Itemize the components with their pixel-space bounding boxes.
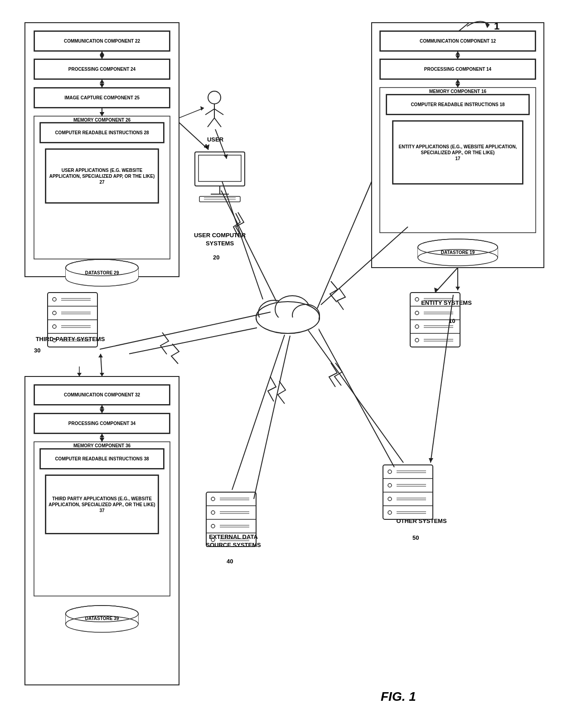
memory-component-36-label: MEMORY COMPONENT 36	[34, 442, 170, 448]
proc-component-24: PROCESSING COMPONENT 24	[34, 59, 170, 79]
svg-point-166	[388, 511, 392, 514]
svg-marker-27	[455, 55, 460, 59]
user-label: USER	[195, 136, 236, 143]
svg-marker-71	[100, 410, 104, 413]
svg-marker-42	[100, 409, 104, 413]
diagram-container: COMMUNICATION COMPONENT 22 PROCESSING CO…	[0, 0, 562, 728]
user-computer-systems-ref: 20	[213, 254, 219, 261]
svg-point-116	[53, 311, 56, 315]
svg-marker-73	[100, 434, 104, 437]
memory-component-26-label: MEMORY COMPONENT 26	[34, 116, 170, 122]
comm-component-32: COMMUNICATION COMPONENT 32	[34, 385, 170, 405]
svg-line-77	[317, 181, 372, 308]
svg-rect-99	[199, 155, 241, 181]
svg-line-76	[129, 327, 263, 354]
svg-line-95	[214, 109, 223, 115]
other-systems-server-icon	[381, 463, 435, 522]
svg-marker-45	[100, 438, 104, 441]
svg-line-89	[101, 354, 102, 376]
svg-point-117	[53, 325, 56, 328]
svg-line-182	[232, 335, 285, 490]
proc-component-14: PROCESSING COMPONENT 14	[380, 59, 536, 79]
memory-component-16-label: MEMORY COMPONENT 16	[380, 88, 536, 94]
svg-line-181	[321, 227, 408, 305]
svg-point-150	[211, 538, 215, 542]
third-party-ref: 30	[34, 347, 40, 354]
svg-point-131	[415, 298, 419, 301]
external-data-server-icon	[204, 490, 258, 549]
proc-component-34: PROCESSING COMPONENT 34	[34, 413, 170, 434]
cri-38: COMPUTER READABLE INSTRUCTIONS 38	[40, 449, 164, 469]
svg-line-183	[308, 330, 403, 463]
svg-marker-88	[429, 458, 433, 463]
svg-line-79	[317, 327, 394, 467]
third-party-app-37: THIRD PARTY APPLICATIONS (E.G., WEBSITE …	[45, 475, 159, 534]
svg-marker-70	[100, 405, 104, 409]
svg-marker-6	[100, 54, 104, 58]
svg-marker-62	[100, 112, 104, 116]
comm-component-12: COMMUNICATION COMPONENT 12	[380, 31, 536, 51]
svg-marker-11	[100, 83, 104, 87]
user-person-icon	[199, 88, 230, 129]
svg-marker-86	[485, 23, 489, 28]
ref-1: 1	[494, 20, 499, 32]
svg-point-165	[388, 497, 392, 501]
svg-point-164	[388, 484, 392, 487]
svg-marker-64	[455, 51, 460, 55]
svg-marker-91	[98, 354, 103, 357]
third-party-server-icon	[45, 290, 100, 349]
entity-app-17: ENTITY APPLICATIONS (E.G., WEBSITE APPLI…	[392, 121, 523, 184]
network-cloud-icon	[252, 286, 324, 336]
svg-line-94	[205, 109, 214, 115]
user-computer-systems-label: USER COMPUTER SYSTEMS	[190, 231, 249, 248]
user-ref-4: 4	[204, 143, 207, 150]
img-capture-25: IMAGE CAPTURE COMPONENT 25	[34, 88, 170, 108]
datastore-29-label: DATASTORE 29	[66, 270, 138, 275]
svg-line-97	[214, 118, 221, 127]
svg-point-115	[53, 298, 56, 301]
svg-line-180	[100, 312, 271, 349]
svg-marker-30	[455, 83, 460, 87]
svg-point-92	[208, 91, 221, 104]
svg-point-149	[211, 524, 215, 528]
svg-marker-90	[100, 373, 104, 376]
svg-point-133	[415, 325, 419, 328]
comm-component-22: COMMUNICATION COMPONENT 22	[34, 31, 170, 51]
cri-28: COMPUTER READABLE INSTRUCTIONS 28	[40, 122, 164, 143]
user-app-27: USER APPLICATIONS (E.G. WEBSITE APPLICAT…	[45, 149, 159, 203]
svg-marker-74	[100, 438, 104, 442]
datastore-19-label: DATASTORE 19	[418, 250, 498, 255]
svg-point-147	[211, 497, 215, 501]
svg-marker-65	[455, 55, 460, 59]
cri-18: COMPUTER READABLE INSTRUCTIONS 18	[386, 94, 529, 115]
svg-marker-14	[100, 112, 104, 116]
user-computer-icon	[190, 150, 249, 204]
datastore-39-label: DATASTORE 39	[66, 616, 138, 621]
svg-rect-109	[257, 318, 319, 333]
svg-point-134	[415, 338, 419, 342]
svg-line-78	[254, 336, 290, 499]
svg-rect-102	[199, 196, 240, 202]
svg-marker-67	[455, 79, 460, 83]
svg-marker-59	[100, 79, 104, 83]
external-data-ref: 40	[227, 558, 233, 565]
fig-label: FIG. 1	[381, 689, 416, 704]
svg-line-96	[208, 118, 214, 127]
svg-point-126	[53, 338, 56, 342]
svg-marker-68	[455, 84, 460, 88]
svg-marker-179	[77, 373, 82, 376]
other-systems-ref: 50	[412, 534, 419, 541]
entity-server-icon	[408, 290, 462, 349]
svg-marker-81	[455, 287, 460, 290]
svg-marker-60	[100, 84, 104, 88]
svg-point-132	[415, 311, 419, 315]
svg-line-184	[435, 268, 458, 293]
svg-point-148	[211, 511, 215, 514]
svg-marker-56	[100, 51, 104, 55]
svg-rect-98	[195, 152, 245, 186]
svg-marker-57	[100, 55, 104, 59]
svg-point-163	[388, 470, 392, 474]
